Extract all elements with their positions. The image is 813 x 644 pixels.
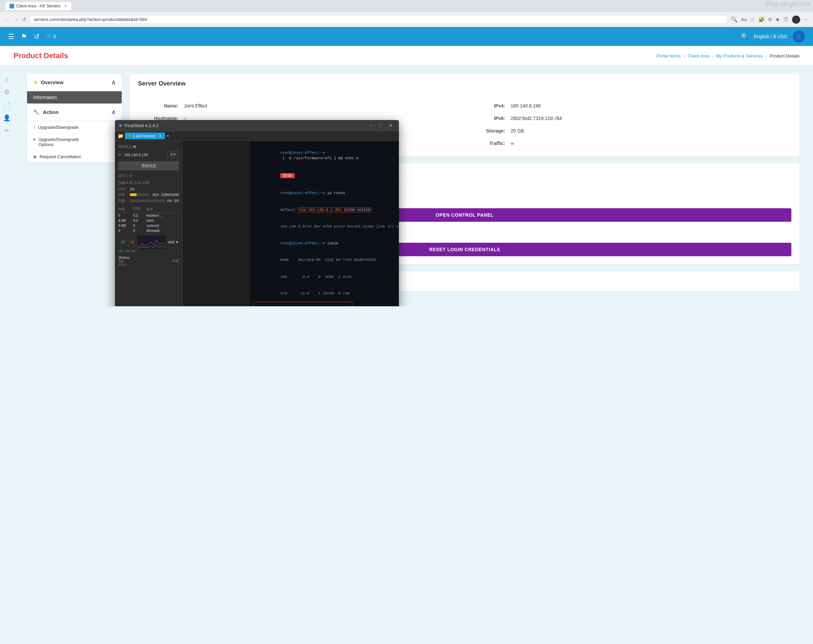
name-label: Name:: [138, 103, 178, 109]
bios-badge: BIOS: [280, 173, 295, 178]
extensions-icon[interactable]: 🧩: [758, 16, 765, 23]
cart-icon: 🛒: [46, 34, 52, 39]
finalshell-title: FinalShell 4.2.4.2: [124, 123, 158, 128]
breadcrumb-sep2: ›: [712, 54, 713, 58]
favorites-icon[interactable]: ★: [775, 16, 780, 23]
traffic-row: Traffic: ∞: [465, 137, 792, 150]
breadcrumb-portal-home[interactable]: Portal Home: [657, 54, 681, 58]
term-line-4: 165.140.8.0/24 dev eth0 proto kernel sco…: [253, 218, 396, 235]
browser-controls: 🔍 Aа ☆ 🧩 ⧉ ★ ⏱ ⋯: [731, 15, 809, 24]
search-nav-icon[interactable]: 🔍: [741, 33, 749, 40]
ip-label: IP: [118, 153, 121, 157]
url-text: servers.com/clientarea.php?action=produc…: [34, 17, 147, 22]
hamburger-icon[interactable]: ☰: [8, 32, 14, 41]
storage-row: Storage: 25 GB: [465, 125, 792, 137]
memory-progress-fill: [130, 193, 137, 196]
sidebar-upgrade-options-item[interactable]: ≡ Upgrade/DowngradeOptions: [27, 133, 122, 150]
cancel-icon: ⊗: [33, 154, 37, 159]
back-icon[interactable]: ←: [4, 16, 10, 23]
sidebar-upgrade-item[interactable]: ↑ Upgrade/Downgrade: [27, 121, 122, 133]
term-line-6: NAME MAJ:MIN RM SIZE RO TYPE MOUNTPOINT: [253, 252, 396, 269]
cpu-resource-row: CPU 1%: [118, 187, 179, 191]
tab-close[interactable]: ✕: [64, 4, 67, 8]
edit-side-icon[interactable]: ✏: [5, 127, 9, 135]
finalshell-active-tab[interactable]: 1 dd-hxserver ✕: [125, 132, 165, 139]
tab-manager-icon[interactable]: ⧉: [769, 17, 772, 22]
term-line-5: root@joint-effect:~# lsblk: [253, 235, 396, 252]
breadcrumb-client-area[interactable]: Client Area: [688, 54, 710, 58]
side-icon-bar: ⌂ ⚙ 📄 👤 ✏: [0, 66, 14, 306]
process-row-2: 8.4M 0.3 sshd: [118, 218, 179, 223]
net-interface-label[interactable]: eth0 ▼: [168, 240, 179, 244]
profile-avatar[interactable]: [792, 15, 800, 24]
memory-resource-row: 内存 35% 328M/940M: [118, 192, 179, 197]
storage-label: Storage:: [465, 128, 505, 133]
sidebar: ★ Overview ∧ Information 🔧 Action ∧: [27, 74, 122, 298]
browser-bar: ← → ↺ servers.com/clientarea.php?action=…: [0, 12, 813, 27]
finalshell-overlay[interactable]: ■ FinalShell 4.2.4.2 − □ ✕ 📁 1 dd-hxserv…: [115, 120, 399, 306]
term-line-3: default via 165.140.8.1 dev eth0 onlink: [253, 201, 396, 218]
term-cmd-1: [ -d /sys/firmware/efi ] && echo U: [280, 156, 358, 160]
swap-progress-bg: [130, 199, 165, 202]
finalshell-terminal[interactable]: root@joint-effect:~# [ -d /sys/firmware/…: [250, 141, 399, 306]
net-chart: [137, 235, 165, 249]
term-line-2: root@joint-effect:~# ip route: [253, 185, 396, 202]
sysinfo-button[interactable]: 系统信息: [118, 161, 179, 170]
breadcrumb-sep1: ›: [684, 54, 685, 58]
tab-dot: [128, 135, 131, 137]
read-icon[interactable]: Aа: [741, 17, 747, 22]
wrench-icon: 🔧: [33, 109, 40, 115]
term-line-1: root@joint-effect:~# [ -d /sys/firmware/…: [253, 144, 396, 167]
sidebar-cancel-item[interactable]: ⊗ Request Cancellation: [27, 150, 122, 163]
url-bar[interactable]: servers.com/clientarea.php?action=produc…: [29, 15, 728, 24]
finalshell-app-icon: ■: [119, 123, 122, 128]
flag-icon[interactable]: ⚑: [21, 32, 27, 41]
settings-side-icon[interactable]: ⚙: [4, 89, 9, 96]
term-line-7: sda 8:0 0 368K 1 disk: [253, 268, 396, 285]
swap-label: 交换: [118, 198, 129, 203]
more-icon[interactable]: ⋯: [804, 16, 809, 23]
finalshell-minimize-icon[interactable]: −: [370, 123, 372, 128]
document-side-icon[interactable]: 📄: [3, 101, 11, 109]
finalshell-maximize-icon[interactable]: □: [379, 123, 382, 128]
history-icon[interactable]: ⏱: [783, 17, 788, 23]
browser-tab[interactable]: Client Area - HX Servers ✕: [5, 2, 71, 10]
network-row: ↑ 3K ↓ 3K eth0 ▼: [118, 235, 179, 249]
search-icon[interactable]: 🔍: [731, 16, 738, 23]
process-row-4: 0 0 kthreadd: [118, 228, 179, 233]
user-side-icon[interactable]: 👤: [3, 114, 11, 122]
new-tab-icon[interactable]: +: [166, 133, 169, 139]
finalshell-titlebar: ■ FinalShell 4.2.4.2 − □ ✕: [115, 120, 399, 131]
finalshell-left-panel: 同步状态 IP 165.140.8.190 复制 系统信息 运行 1 分: [115, 141, 183, 306]
nav-left: ☰ ⚑ ↺ 🛒 0: [8, 32, 56, 41]
language-selector[interactable]: English / $ USD: [754, 34, 787, 39]
tab-close-icon[interactable]: ✕: [159, 134, 162, 138]
ipv6-row: IPv6: 2602:fed2:7319:12d::/64: [465, 112, 792, 125]
user-avatar[interactable]: 👤: [793, 31, 805, 43]
refresh-icon[interactable]: ↺: [21, 16, 26, 23]
finalshell-close-icon[interactable]: ✕: [389, 123, 393, 128]
home-side-icon[interactable]: ⌂: [5, 76, 9, 83]
latency-sub: 308: [118, 260, 129, 263]
breadcrumb-my-products[interactable]: My Products & Services: [716, 54, 763, 58]
net-down-label: ↓ 3K: [128, 240, 135, 244]
runtime-label: 运行 1 分: [118, 174, 132, 178]
star-icon: ★: [33, 80, 38, 85]
sidebar-overview-header[interactable]: ★ Overview ∧: [27, 74, 122, 91]
bookmark-icon[interactable]: ☆: [750, 16, 755, 23]
refresh-nav-icon[interactable]: ↺: [34, 32, 40, 41]
term-bios-line: BIOS: [253, 167, 396, 184]
forward-icon[interactable]: →: [13, 16, 19, 23]
finalshell-tab-name: 1 dd-hxserver: [133, 134, 155, 138]
col-mem-header: 内存: [118, 207, 132, 212]
sidebar-actions-header[interactable]: 🔧 Action ∧: [27, 104, 122, 121]
copy-ip-button[interactable]: 复制: [167, 151, 179, 158]
process-row-3: 9.8M 0 systemd: [118, 223, 179, 228]
process-row-1: 0 0.3 kworker/...: [118, 213, 179, 218]
term-prompt-1: root@joint-effect:~#: [280, 151, 325, 155]
sidebar-information-item[interactable]: Information: [27, 91, 122, 103]
latency-sub2: 253.5: [118, 263, 129, 267]
cart-container[interactable]: 🛒 0: [46, 34, 56, 39]
traffic-value: ∞: [511, 141, 514, 146]
memory-percent: 35%: [152, 193, 159, 197]
